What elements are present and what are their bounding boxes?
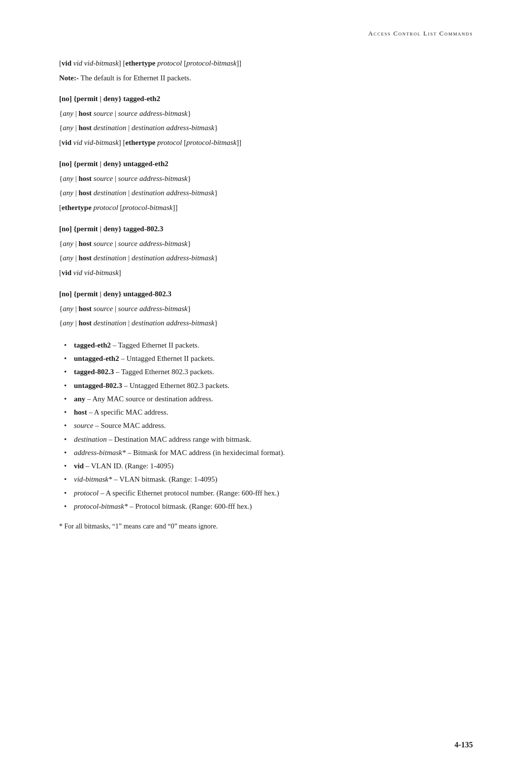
list-item: protocol – A specific Ethernet protocol … <box>59 487 473 499</box>
section-tagged-eth2: [no] {permit | deny} tagged-eth2 {any | … <box>59 93 473 149</box>
list-item: host – A specific MAC address. <box>59 406 473 419</box>
list-item: tagged-802.3 – Tagged Ethernet 802.3 pac… <box>59 365 473 378</box>
untagged-eth2-line3: [ethertype protocol [protocol-bitmask]] <box>59 202 473 214</box>
section-tagged-802-3: [no] {permit | deny} tagged-802.3 {any |… <box>59 223 473 279</box>
list-item: untagged-eth2 – Untagged Ethernet II pac… <box>59 352 473 365</box>
untagged-802-3-line1: {any | host source | source address-bitm… <box>59 303 473 316</box>
page-header: Access Control List Commands <box>59 30 473 37</box>
section-tagged-802-3-header: [no] {permit | deny} tagged-802.3 <box>59 223 473 236</box>
header-title: Access Control List Commands <box>368 30 473 37</box>
list-item: tagged-eth2 – Tagged Ethernet II packets… <box>59 339 473 352</box>
page-number: 4-135 <box>455 740 473 749</box>
list-item: vid – VLAN ID. (Range: 1-4095) <box>59 459 473 472</box>
untagged-eth2-line2: {any | host destination | destination ad… <box>59 187 473 200</box>
section-untagged-802-3-header: [no] {permit | deny} untagged-802.3 <box>59 288 473 301</box>
tagged-eth2-line1: {any | host source | source address-bitm… <box>59 107 473 120</box>
section-tagged-eth2-header: [no] {permit | deny} tagged-eth2 <box>59 93 473 106</box>
section-untagged-eth2: [no] {permit | deny} untagged-eth2 {any … <box>59 158 473 214</box>
list-item: source – Source MAC address. <box>59 419 473 432</box>
list-item: address-bitmask* – Bitmask for MAC addre… <box>59 446 473 459</box>
note-line: Note:- The default is for Ethernet II pa… <box>59 72 473 84</box>
list-item: vid-bitmask* – VLAN bitmask. (Range: 1-4… <box>59 473 473 486</box>
tagged-802-3-line2: {any | host destination | destination ad… <box>59 252 473 265</box>
list-item: any – Any MAC source or destination addr… <box>59 392 473 405</box>
bullet-list: tagged-eth2 – Tagged Ethernet II packets… <box>59 339 473 513</box>
page: Access Control List Commands [vid vid vi… <box>0 0 532 774</box>
tagged-802-3-line3: [vid vid vid-bitmask] <box>59 267 473 280</box>
list-item: untagged-802.3 – Untagged Ethernet 802.3… <box>59 379 473 392</box>
tagged-eth2-line3: [vid vid vid-bitmask] [ethertype protoco… <box>59 137 473 149</box>
section-untagged-eth2-header: [no] {permit | deny} untagged-eth2 <box>59 158 473 171</box>
intro-section: [vid vid vid-bitmask] [ethertype protoco… <box>59 57 473 84</box>
list-item: protocol-bitmask* – Protocol bitmask. (R… <box>59 500 473 513</box>
tagged-802-3-line1: {any | host source | source address-bitm… <box>59 238 473 250</box>
intro-line-1: [vid vid vid-bitmask] [ethertype protoco… <box>59 57 473 70</box>
tagged-eth2-line2: {any | host destination | destination ad… <box>59 122 473 135</box>
footnote: * For all bitmasks, “1” means care and “… <box>59 521 473 532</box>
untagged-eth2-line1: {any | host source | source address-bitm… <box>59 173 473 185</box>
untagged-802-3-line2: {any | host destination | destination ad… <box>59 317 473 330</box>
list-item: destination – Destination MAC address ra… <box>59 433 473 446</box>
section-untagged-802-3: [no] {permit | deny} untagged-802.3 {any… <box>59 288 473 330</box>
